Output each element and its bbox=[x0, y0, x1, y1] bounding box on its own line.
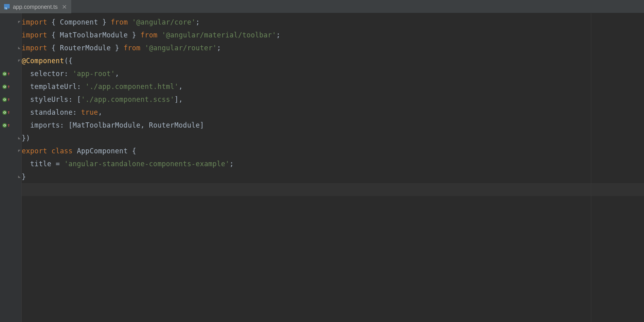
code-line[interactable]: title = 'angular-standalone-components-e… bbox=[22, 157, 644, 170]
code-line[interactable]: export class AppComponent { bbox=[22, 144, 644, 157]
override-indicator-icon[interactable]: O ↑ bbox=[2, 123, 10, 128]
override-indicator-icon[interactable]: O ↑ bbox=[2, 71, 10, 76]
close-icon[interactable] bbox=[62, 4, 67, 10]
override-indicator-icon[interactable]: O ↑ bbox=[2, 97, 10, 102]
code-line[interactable]: }) bbox=[22, 132, 644, 144]
code-line[interactable]: styleUrls: ['./app.component.scss'], bbox=[22, 93, 644, 106]
fold-handle-icon[interactable] bbox=[17, 20, 21, 24]
fold-handle-icon[interactable] bbox=[17, 136, 21, 140]
code-line[interactable]: import { Component } from '@angular/core… bbox=[22, 16, 644, 29]
fold-handle-icon[interactable] bbox=[17, 175, 21, 179]
code-area[interactable]: import { Component } from '@angular/core… bbox=[22, 13, 644, 322]
fold-handle-icon[interactable] bbox=[17, 59, 21, 63]
editor-area: O ↑ O ↑ O ↑ O ↑ O ↑ bbox=[0, 13, 644, 322]
code-line[interactable]: standalone: true, bbox=[22, 106, 644, 119]
file-tab[interactable]: TS app.component.ts bbox=[0, 0, 71, 13]
svg-text:TS: TS bbox=[4, 7, 7, 10]
ts-file-icon: TS bbox=[3, 3, 10, 10]
tab-filename: app.component.ts bbox=[13, 4, 58, 10]
fold-handle-icon[interactable] bbox=[17, 46, 21, 50]
code-line[interactable]: import { RouterModule } from '@angular/r… bbox=[22, 41, 644, 54]
tab-bar: TS app.component.ts bbox=[0, 0, 644, 13]
code-line[interactable]: import { MatToolbarModule } from '@angul… bbox=[22, 29, 644, 41]
fold-handle-icon[interactable] bbox=[17, 149, 21, 153]
code-line[interactable]: @Component({ bbox=[22, 54, 644, 67]
code-line[interactable]: imports: [MatToolbarModule, RouterModule… bbox=[22, 119, 644, 132]
code-line[interactable]: templateUrl: './app.component.html', bbox=[22, 80, 644, 93]
gutter: O ↑ O ↑ O ↑ O ↑ O ↑ bbox=[0, 13, 22, 322]
override-indicator-icon[interactable]: O ↑ bbox=[2, 110, 10, 115]
override-indicator-icon[interactable]: O ↑ bbox=[2, 84, 10, 89]
code-line[interactable]: } bbox=[22, 170, 644, 183]
right-margin-line bbox=[591, 13, 591, 322]
code-line[interactable]: selector: 'app-root', bbox=[22, 67, 644, 80]
current-line[interactable] bbox=[22, 183, 644, 196]
